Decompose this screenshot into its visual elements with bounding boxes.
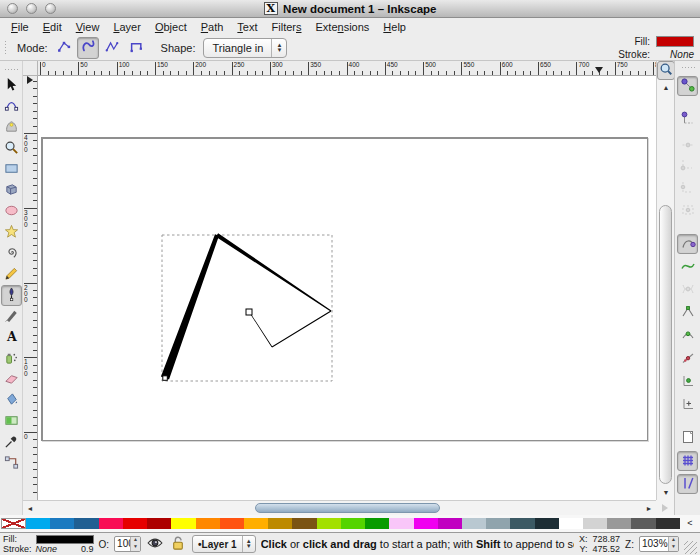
tool-dropper[interactable]: [1, 432, 22, 453]
tool-selector[interactable]: [1, 75, 22, 96]
shape-select[interactable]: Triangle in ▲▼: [203, 38, 287, 58]
palette-swatch-9[interactable]: [244, 518, 268, 529]
snap-cusp-nodes-button[interactable]: [677, 303, 698, 323]
palette-swatch-1[interactable]: [50, 518, 74, 529]
fill-swatch[interactable]: [656, 36, 694, 47]
tool-spiral[interactable]: [1, 243, 22, 264]
tool-connector[interactable]: [1, 453, 22, 474]
scroll-left-button[interactable]: ◄: [23, 501, 37, 516]
palette-swatch-15[interactable]: [389, 518, 413, 529]
tool-ellipse[interactable]: [1, 201, 22, 222]
tool-box-3d[interactable]: [1, 180, 22, 201]
snap-enable-button[interactable]: [677, 76, 698, 96]
status-fill-swatch[interactable]: [36, 535, 94, 544]
horizontal-scrollbar[interactable]: ◄ ►: [23, 500, 656, 515]
palette-swatch-6[interactable]: [171, 518, 195, 529]
menu-view[interactable]: View: [69, 20, 107, 34]
palette-swatch-14[interactable]: [365, 518, 389, 529]
tool-tweak[interactable]: [1, 117, 22, 138]
minimize-window-button[interactable]: [26, 3, 37, 14]
snap-line-midpoints-button[interactable]: [677, 349, 698, 369]
palette-swatch-4[interactable]: [123, 518, 147, 529]
palette-swatch-10[interactable]: [268, 518, 292, 529]
palette-swatch-16[interactable]: [414, 518, 438, 529]
toolbox-grip[interactable]: [4, 68, 18, 72]
layer-lock-toggle[interactable]: [169, 536, 187, 552]
horizontal-ruler[interactable]: 0501001502002503003504004505005506006507…: [38, 61, 656, 76]
snap-bbox-button[interactable]: [677, 109, 698, 129]
snap-paths-button[interactable]: [677, 257, 698, 277]
palette-swatch-13[interactable]: [341, 518, 365, 529]
menu-file[interactable]: File: [4, 20, 36, 34]
palette-none-swatch[interactable]: [1, 518, 26, 529]
status-stroke-value[interactable]: None: [36, 544, 58, 554]
menu-text[interactable]: Text: [230, 20, 264, 34]
pen-path-drawing[interactable]: [38, 76, 656, 500]
menu-filters[interactable]: Filters: [265, 20, 309, 34]
scroll-down-button[interactable]: ▼: [657, 485, 675, 500]
palette-swatch-7[interactable]: [196, 518, 220, 529]
palette-swatch-11[interactable]: [292, 518, 316, 529]
palette-swatch-12[interactable]: [317, 518, 341, 529]
menu-help[interactable]: Help: [376, 20, 413, 34]
scroll-up-button[interactable]: ▲: [657, 80, 675, 95]
resize-grip[interactable]: [684, 541, 697, 554]
vertical-ruler[interactable]: 0100200300400: [23, 76, 38, 500]
horizontal-scrollbar-thumb[interactable]: [255, 503, 440, 513]
layer-visibility-toggle[interactable]: [146, 536, 164, 552]
tool-pencil[interactable]: [1, 264, 22, 285]
layer-select[interactable]: •Layer 1 ▲▼: [192, 535, 256, 553]
tool-zoom[interactable]: [1, 138, 22, 159]
close-window-button[interactable]: [7, 3, 18, 14]
tool-pen[interactable]: [1, 285, 22, 306]
palette-swatch-23[interactable]: [583, 518, 607, 529]
snapbar-grip[interactable]: [681, 66, 695, 70]
snap-guides-button[interactable]: [677, 474, 698, 494]
snap-nodes-button[interactable]: [677, 234, 698, 254]
palette-swatch-19[interactable]: [486, 518, 510, 529]
snap-smooth-nodes-button[interactable]: [677, 326, 698, 346]
vertical-scrollbar[interactable]: ▲ ▼: [656, 61, 674, 500]
tool-paint-bucket[interactable]: [1, 390, 22, 411]
mode-spiro-button[interactable]: [77, 37, 99, 59]
palette-swatch-18[interactable]: [462, 518, 486, 529]
opacity-spinbox[interactable]: 100 ▲▼: [114, 536, 141, 552]
scroll-right-button[interactable]: ►: [642, 501, 656, 516]
palette-swatch-22[interactable]: [559, 518, 583, 529]
palette-swatch-8[interactable]: [220, 518, 244, 529]
menu-extensions[interactable]: Extensions: [309, 20, 377, 34]
tool-text[interactable]: A: [1, 327, 22, 348]
menu-path[interactable]: Path: [194, 20, 231, 34]
palette-swatch-21[interactable]: [535, 518, 559, 529]
palette-swatch-5[interactable]: [147, 518, 171, 529]
palette-scroll-left-button[interactable]: <: [680, 518, 700, 529]
snap-grids-button[interactable]: [677, 451, 698, 471]
tool-rectangle[interactable]: [1, 159, 22, 180]
palette-swatch-17[interactable]: [438, 518, 462, 529]
palette-swatch-20[interactable]: [510, 518, 534, 529]
palette-swatch-26[interactable]: [656, 518, 680, 529]
menu-layer[interactable]: Layer: [106, 20, 148, 34]
snap-object-centers-button[interactable]: [677, 372, 698, 392]
menu-edit[interactable]: Edit: [36, 20, 69, 34]
palette-swatch-2[interactable]: [74, 518, 98, 529]
tool-node-editor[interactable]: [1, 96, 22, 117]
canvas-viewport[interactable]: [38, 76, 656, 500]
mode-paraxial-button[interactable]: [125, 37, 147, 59]
menu-object[interactable]: Object: [148, 20, 194, 34]
palette-swatch-0[interactable]: [26, 518, 50, 529]
tool-star[interactable]: [1, 222, 22, 243]
vertical-scrollbar-thumb[interactable]: [659, 205, 672, 484]
tool-calligraphy[interactable]: [1, 306, 22, 327]
tool-gradient[interactable]: [1, 411, 22, 432]
tool-spray[interactable]: [1, 348, 22, 369]
mode-zigzag-button[interactable]: [101, 37, 123, 59]
palette-swatch-3[interactable]: [99, 518, 123, 529]
spin-arrows-icon[interactable]: ▲▼: [130, 537, 140, 551]
zoom-spinbox[interactable]: 103% ▲▼: [639, 536, 679, 552]
tool-eraser[interactable]: [1, 369, 22, 390]
palette-swatch-24[interactable]: [607, 518, 631, 529]
zoom-window-button[interactable]: [45, 3, 56, 14]
sticky-zoom-button[interactable]: [657, 61, 675, 80]
snap-rotation-centers-button[interactable]: [677, 395, 698, 415]
